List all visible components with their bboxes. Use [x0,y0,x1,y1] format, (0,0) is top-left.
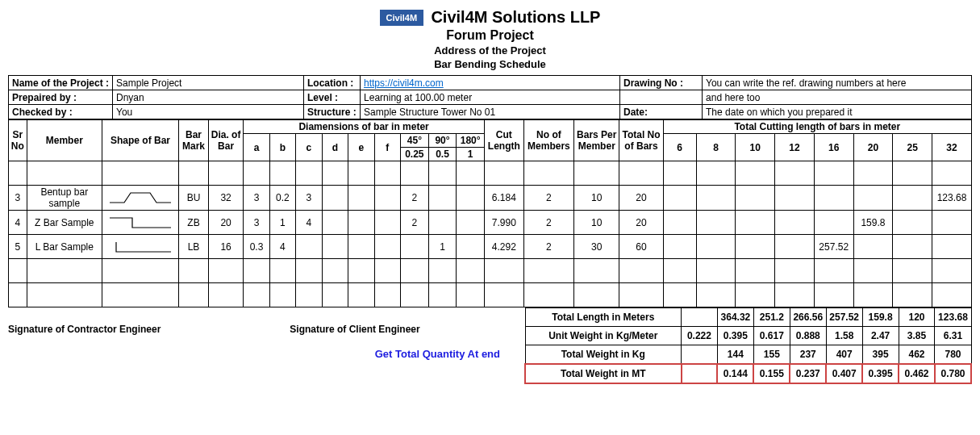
col-45v: 0.25 [401,148,429,161]
cell-d90 [428,186,457,211]
weight-mt-label: Total Weight in MT [525,364,682,383]
prep-value: Dnyan [113,90,304,105]
cell-s10 [736,235,775,259]
cell-shape [102,235,178,259]
cell-cut: 4.292 [484,235,523,259]
annotation: Get Total Quantity At end [8,348,508,360]
cell-d180 [457,211,485,235]
cell-s12 [775,235,815,259]
col-totalbars: Total No of Bars [619,120,663,161]
cell-s6 [663,186,696,211]
col-180v: 1 [457,148,485,161]
col-barmark: Bar Mark [179,120,209,161]
cell-sr: 4 [9,211,27,235]
cell-s25 [893,211,932,235]
cell-bar_mark: BU [179,186,209,211]
level-value: Learning at 100.00 meter [361,90,620,105]
logo: Civil4M [380,10,424,26]
col-180: 180° [457,134,485,148]
check-value: You [113,105,304,119]
cell-dia: 16 [208,235,243,259]
struct-value: Sample Structure Tower No 01 [361,105,620,119]
cell-bars_per: 10 [574,211,619,235]
cell-d180 [457,186,485,211]
level-label: Level : [304,90,361,105]
cell-s8 [696,186,736,211]
cell-e [348,235,374,259]
cell-s12 [775,211,815,235]
row-unit-weight: Unit Weight in Kg/Meter 0.222 0.395 0.61… [525,327,971,345]
cell-s8 [696,211,736,235]
col-cut: Cut Length [484,120,523,161]
col-a: a [244,134,269,161]
cell-a: 0.3 [244,235,269,259]
cell-bars_per: 10 [574,186,619,211]
cell-s8 [696,235,736,259]
table-row: 3Bentup bar sampleBU3230.2326.1842102012… [9,186,972,211]
col-shape: Shape of Bar [102,120,178,161]
signature-block: Signature of Contractor Engineer Signatu… [8,324,508,335]
col-90v: 0.5 [428,148,457,161]
cell-s20 [853,235,893,259]
drawing-label: Drawing No : [620,76,703,90]
cell-s25 [893,186,932,211]
col-s25: 25 [893,134,932,161]
cell-dia: 32 [208,186,243,211]
col-c: c [296,134,322,161]
col-s16: 16 [814,134,853,161]
cell-d [322,235,348,259]
cell-shape [102,186,178,211]
col-tcl: Total Cutting length of bars in meter [663,120,971,134]
cell-f [374,186,400,211]
cell-b: 1 [269,211,295,235]
cell-bar_mark: ZB [179,211,209,235]
totals-table: Total Length in Meters 364.32 251.2 266.… [524,307,972,384]
date-value: The date on which you prepared it [703,105,972,119]
cell-d180 [457,235,485,259]
cell-s32 [932,211,972,235]
name-value: Sample Project [113,76,304,90]
table-row: 5L Bar SampleLB160.3414.29223060257.52 [9,235,972,259]
total-length-label: Total Length in Meters [525,308,682,327]
col-f: f [374,134,400,161]
cell-d90 [428,211,457,235]
col-barsper: Bars Per Member [574,120,619,161]
doc-header: Civil4M Civil4M Solutions LLP Forum Proj… [8,8,972,70]
cell-b: 4 [269,235,295,259]
name-label: Name of the Project : [9,76,113,90]
doc-title: Bar Bending Schedule [8,58,972,70]
cell-s16: 257.52 [814,235,853,259]
main-table: Sr No Member Shape of Bar Bar Mark Dia. … [8,119,972,307]
cell-s16 [814,186,853,211]
cell-s32: 123.68 [932,186,972,211]
project-title: Forum Project [8,28,972,43]
project-address: Address of the Project [8,44,972,56]
cell-d [322,211,348,235]
table-row: 4Z Bar SampleZB2031427.99021020159.8 [9,211,972,235]
col-member: Member [27,120,102,161]
cell-cut: 7.990 [484,211,523,235]
drawing-value: You can write the ref. drawing numbers a… [703,76,972,90]
location-value[interactable]: https://civil4m.com [361,76,620,90]
cell-a: 3 [244,186,269,211]
cell-total_bars: 20 [619,186,663,211]
company-name: Civil4M Solutions LLP [431,8,600,27]
drawing-value2: and here too [703,90,972,105]
col-e: e [348,134,374,161]
sig-contractor: Signature of Contractor Engineer [8,324,161,335]
cell-d45: 2 [401,186,429,211]
cell-f [374,235,400,259]
cell-no_members: 2 [523,186,573,211]
struct-label: Structure : [304,105,361,119]
cell-bar_mark: LB [179,235,209,259]
cell-total_bars: 60 [619,235,663,259]
cell-bars_per: 30 [574,235,619,259]
col-s10: 10 [736,134,775,161]
cell-s10 [736,211,775,235]
cell-d45 [401,235,429,259]
col-s6: 6 [663,134,696,161]
col-s32: 32 [932,134,972,161]
cell-member: L Bar Sample [27,235,102,259]
cell-s25 [893,235,932,259]
prep-label: Prepaired by : [9,90,113,105]
